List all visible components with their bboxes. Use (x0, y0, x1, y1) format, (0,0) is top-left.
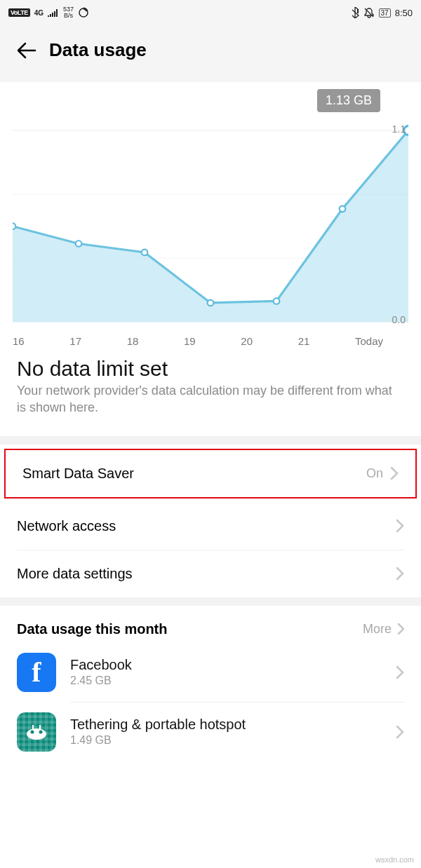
data-usage-icon (78, 7, 89, 18)
svg-point-11 (208, 300, 214, 306)
header: Data usage (0, 24, 421, 82)
more-data-settings-row[interactable]: More data settings (0, 550, 421, 597)
app-name: Facebook (70, 657, 382, 673)
net-speed: 537 B/s (63, 6, 74, 19)
row-label: Network access (17, 518, 116, 534)
section-divider (0, 597, 421, 606)
app-size: 2.45 GB (70, 674, 382, 687)
status-time: 8:50 (395, 8, 413, 18)
data-total-pill: 1.13 GB (317, 89, 380, 112)
volte-badge: VoLTE (8, 8, 30, 17)
svg-point-9 (76, 240, 82, 247)
month-title: Data usage this month (17, 621, 167, 637)
bluetooth-icon (351, 7, 359, 18)
signal-icon (48, 8, 59, 17)
smart-data-saver-highlight: Smart Data Saver On (4, 449, 417, 499)
status-left: VoLTE 4G 537 B/s (8, 6, 89, 19)
svg-rect-18 (32, 725, 34, 729)
back-icon[interactable] (15, 41, 36, 60)
row-label: More data settings (17, 566, 133, 582)
section-divider (0, 436, 421, 445)
svg-point-17 (39, 730, 43, 733)
y-tick-top: 1.1 (392, 123, 406, 135)
chevron-right-icon (390, 466, 399, 480)
network-access-row[interactable]: Network access (0, 503, 421, 550)
status-bar: VoLTE 4G 537 B/s 37 8:50 (0, 0, 421, 24)
month-usage-header: Data usage this month More (0, 606, 421, 643)
app-name: Tethering & portable hotspot (70, 717, 382, 733)
x-tick: 21 (298, 335, 310, 347)
data-limit-block: No data limit set Your network provider'… (0, 347, 421, 436)
svg-point-16 (31, 730, 34, 733)
svg-point-8 (13, 223, 15, 229)
data-chart: 1.13 GB 1.1 0.0 161718192021Today (0, 82, 421, 347)
app-row-tethering[interactable]: Tethering & portable hotspot 1.49 GB (0, 703, 421, 761)
svg-rect-19 (39, 725, 41, 729)
limit-title: No data limit set (17, 357, 404, 381)
svg-point-15 (27, 728, 46, 740)
network-4g: 4G (34, 9, 44, 17)
chevron-right-icon (396, 567, 404, 581)
svg-marker-7 (13, 130, 408, 322)
x-tick: 18 (127, 335, 139, 347)
y-tick-bottom: 0.0 (392, 314, 406, 325)
more-link[interactable]: More (363, 622, 404, 637)
svg-point-12 (274, 298, 280, 304)
dnd-icon (363, 7, 375, 18)
x-tick: 17 (69, 335, 81, 347)
chevron-right-icon (396, 519, 404, 533)
row-value: On (366, 466, 383, 481)
svg-rect-1 (357, 9, 359, 13)
limit-subtext: Your network provider's data calculation… (17, 382, 404, 416)
app-row-facebook[interactable]: f Facebook 2.45 GB (0, 643, 421, 702)
page-title: Data usage (49, 39, 147, 61)
status-right: 37 8:50 (351, 7, 413, 18)
chevron-right-icon (396, 725, 404, 739)
chevron-right-icon (396, 665, 404, 679)
svg-point-10 (142, 250, 148, 256)
x-tick: 20 (241, 335, 253, 347)
x-tick: Today (355, 335, 383, 347)
chart-x-axis: 161718192021Today (13, 330, 408, 347)
tethering-icon (17, 712, 56, 752)
app-size: 1.49 GB (70, 734, 382, 747)
battery-indicator: 37 (379, 8, 391, 18)
svg-point-13 (340, 206, 346, 212)
x-tick: 19 (184, 335, 196, 347)
watermark: wsxdn.com (375, 855, 414, 864)
x-tick: 16 (13, 335, 25, 347)
row-label: Smart Data Saver (22, 466, 134, 482)
smart-data-saver-row[interactable]: Smart Data Saver On (6, 450, 415, 497)
facebook-icon: f (17, 653, 56, 692)
chart-body: 1.1 0.0 (13, 119, 408, 330)
